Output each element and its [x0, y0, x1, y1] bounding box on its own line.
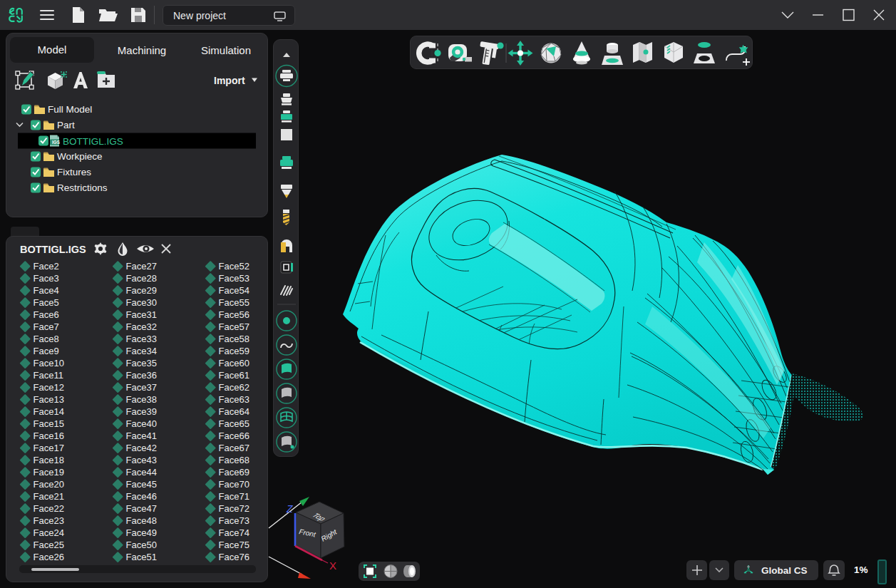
svg-text:Full Model: Full Model — [48, 104, 92, 115]
svg-text:Restrictions: Restrictions — [57, 182, 108, 193]
svg-text:Import: Import — [214, 75, 245, 86]
svg-text:BOTTIGL.IGS: BOTTIGL.IGS — [20, 244, 86, 255]
svg-text:Fixtures: Fixtures — [57, 167, 91, 177]
svg-text:BOTTIGL.IGS: BOTTIGL.IGS — [63, 136, 123, 147]
svg-text:Part: Part — [57, 120, 75, 130]
svg-text:X: X — [329, 559, 336, 572]
svg-text:Workpiece: Workpiece — [57, 151, 103, 162]
svg-text:IGS: IGS — [52, 140, 60, 145]
